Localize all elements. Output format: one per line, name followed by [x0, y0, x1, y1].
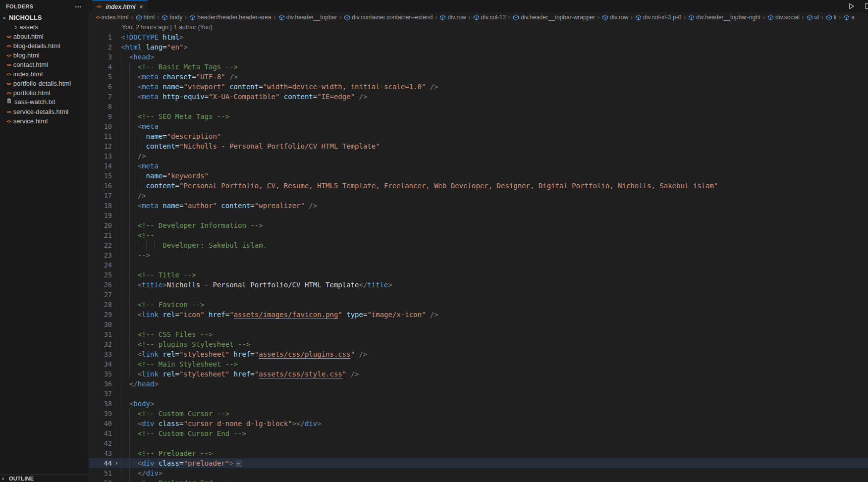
breadcrumb-div.social[interactable]: div.social	[767, 14, 799, 21]
line-number[interactable]: 9	[89, 111, 112, 121]
line-number[interactable]: 42	[89, 438, 112, 448]
line-number[interactable]: 6	[89, 82, 112, 92]
line-number[interactable]: 32	[89, 339, 112, 349]
code-line-38[interactable]: 38 <body>	[89, 399, 868, 409]
code-line-16[interactable]: 16 content="Personal Portfolio, CV, Resu…	[89, 181, 868, 191]
file-item-service.html[interactable]: <>service.html	[0, 116, 88, 126]
code-line-26[interactable]: 26 <title>Nicholls - Personal Portfolio/…	[89, 280, 868, 290]
code-line-33[interactable]: 33 <link rel="stylesheet" href="assets/c…	[89, 349, 868, 359]
code-line-30[interactable]: 30	[89, 320, 868, 329]
line-number[interactable]: 38	[89, 399, 112, 409]
code-line-23[interactable]: 23 -->	[89, 250, 868, 260]
file-item-portfolio-details.html[interactable]: <>portfolio-details.html	[0, 79, 88, 88]
fold-chevron-icon[interactable]: ›	[112, 458, 121, 468]
code-line-25[interactable]: 25 <!-- Title -->	[89, 270, 868, 280]
more-actions-icon[interactable]: ⋯	[75, 3, 82, 10]
line-number[interactable]: 31	[89, 329, 112, 339]
line-number[interactable]: 28	[89, 300, 112, 310]
line-number[interactable]: 29	[89, 310, 112, 320]
code-line-9[interactable]: 9 <!-- SEO Meta Tags -->	[89, 111, 868, 121]
code-line-13[interactable]: 13 />	[89, 151, 868, 161]
code-line-17[interactable]: 17 />	[89, 191, 868, 201]
line-number[interactable]: 44	[89, 458, 112, 468]
line-number[interactable]: 27	[89, 290, 112, 300]
code-line-12[interactable]: 12 content="Nicholls - Personal Portfoli…	[89, 141, 868, 151]
line-number[interactable]: 51	[89, 468, 112, 478]
code-line-4[interactable]: 4 <!-- Basic Meta Tags -->	[89, 62, 868, 72]
code-line-27[interactable]: 27	[89, 290, 868, 300]
code-line-10[interactable]: 10 <meta	[89, 121, 868, 131]
line-number[interactable]: 3	[89, 52, 112, 62]
line-number[interactable]: 17	[89, 191, 112, 201]
code-editor[interactable]: 1<!DOCTYPE html>2<html lang="en">3 <head…	[89, 32, 868, 482]
file-item-portfolio.html[interactable]: <>portfolio.html	[0, 88, 88, 98]
code-line-18[interactable]: 18 <meta name="author" content="wprealiz…	[89, 201, 868, 211]
breadcrumb-div.row[interactable]: div.row	[602, 14, 628, 21]
close-tab-icon[interactable]: ×	[139, 3, 143, 10]
line-number[interactable]: 25	[89, 270, 112, 280]
line-number[interactable]: 43	[89, 448, 112, 458]
outline-section-header[interactable]: › OUTLINE	[0, 474, 88, 482]
file-item-blog-details.html[interactable]: <>blog-details.html	[0, 41, 88, 51]
breadcrumb-div.row[interactable]: div.row	[439, 14, 466, 21]
breadcrumb-html[interactable]: html	[136, 14, 155, 21]
code-line-2[interactable]: 2<html lang="en">	[89, 42, 868, 52]
code-line-44[interactable]: 44› <div class="preloader">⋯	[89, 458, 868, 468]
line-number[interactable]: 10	[89, 121, 112, 131]
line-number[interactable]: 15	[89, 171, 112, 181]
file-item-blog.html[interactable]: <>blog.html	[0, 51, 88, 60]
tab-index-html[interactable]: <> index.html ×	[92, 0, 148, 12]
file-item-sass-watch.txt[interactable]: sass-watch.txt	[0, 98, 55, 107]
line-number[interactable]: 16	[89, 181, 112, 191]
line-number[interactable]: 23	[89, 250, 112, 260]
line-number[interactable]: 40	[89, 419, 112, 428]
line-number[interactable]: 20	[89, 220, 112, 230]
code-line-21[interactable]: 21 <!--	[89, 230, 868, 240]
breadcrumb-header#header.header-area[interactable]: header#header.header-area	[189, 14, 271, 21]
line-number[interactable]: 35	[89, 369, 112, 379]
breadcrumb-div.col-12[interactable]: div.col-12	[473, 14, 506, 21]
line-number[interactable]: 41	[89, 428, 112, 438]
line-number[interactable]: 2	[89, 42, 112, 52]
code-line-19[interactable]: 19	[89, 211, 868, 220]
code-line-52[interactable]: 52 <!-- Preloader End -->	[89, 478, 868, 482]
line-number[interactable]: 8	[89, 102, 112, 111]
folders-section-header[interactable]: FOLDERS ⋯	[0, 0, 88, 13]
line-number[interactable]: 5	[89, 72, 112, 82]
file-item-assets[interactable]: ›assets	[0, 22, 88, 32]
line-number[interactable]: 7	[89, 92, 112, 102]
code-line-31[interactable]: 31 <!-- CSS Files -->	[89, 329, 868, 339]
code-line-24[interactable]: 24	[89, 260, 868, 270]
line-number[interactable]: 12	[89, 141, 112, 151]
line-number[interactable]: 14	[89, 161, 112, 171]
code-line-36[interactable]: 36 </head>	[89, 379, 868, 389]
line-number[interactable]: 1	[89, 32, 112, 42]
line-number[interactable]: 26	[89, 280, 112, 290]
line-number[interactable]: 39	[89, 409, 112, 419]
code-line-32[interactable]: 32 <!-- plugins Stylesheet -->	[89, 339, 868, 349]
line-number[interactable]: 22	[89, 240, 112, 250]
breadcrumb-a[interactable]: a	[843, 14, 855, 21]
line-number[interactable]: 18	[89, 201, 112, 211]
file-item-contact.html[interactable]: <>contact.html	[0, 60, 88, 69]
breadcrumb-div.header__topbar[interactable]: div.header__topbar	[278, 14, 337, 21]
code-line-42[interactable]: 42	[89, 438, 868, 448]
code-line-5[interactable]: 5 <meta charset="UTF-8" />	[89, 72, 868, 82]
code-line-14[interactable]: 14 <meta	[89, 161, 868, 171]
run-button[interactable]	[848, 2, 855, 10]
code-line-1[interactable]: 1<!DOCTYPE html>	[89, 32, 868, 42]
line-number[interactable]: 33	[89, 349, 112, 359]
file-item-index.html[interactable]: <>index.html	[0, 69, 88, 79]
line-number[interactable]: 30	[89, 320, 112, 329]
line-number[interactable]: 4	[89, 62, 112, 72]
line-number[interactable]: 13	[89, 151, 112, 161]
code-line-29[interactable]: 29 <link rel="icon" href="assets/images/…	[89, 310, 868, 320]
git-blame-annotation[interactable]: You, 2 hours ago | 1 author (You)	[89, 22, 868, 32]
breadcrumb-div.header__topbar-wrapper[interactable]: div.header__topbar-wrapper	[513, 14, 595, 21]
root-folder-nicholls[interactable]: ⌄ NICHOLLS	[0, 13, 88, 22]
code-line-43[interactable]: 43 <!-- Preloader -->	[89, 448, 868, 458]
code-line-22[interactable]: 22 Developer: Sakebul islam.	[89, 240, 868, 250]
file-item-service-details.html[interactable]: <>service-details.html	[0, 107, 88, 116]
line-number[interactable]: 11	[89, 131, 112, 141]
breadcrumb-body[interactable]: body	[162, 14, 182, 21]
